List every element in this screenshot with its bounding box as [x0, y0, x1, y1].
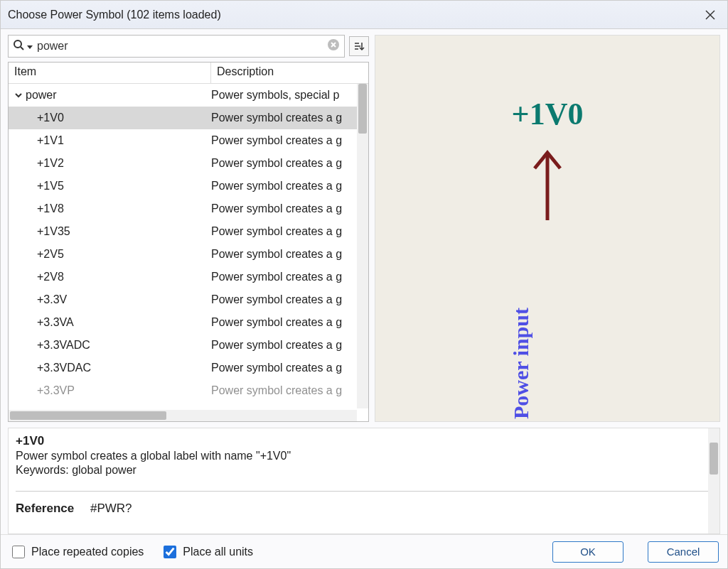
symbol-tree: Item Description power [8, 62, 369, 422]
tree-item-desc: Power symbol creates a g [211, 384, 368, 397]
close-icon [705, 9, 716, 21]
place-all-units-label: Place all units [183, 546, 253, 558]
close-button[interactable] [700, 5, 720, 25]
tree-item-name: +1V5 [9, 180, 211, 193]
tree-parent-name: power [26, 89, 57, 102]
dialog-body: Item Description power [1, 29, 727, 534]
tree-item-desc: Power symbol creates a g [211, 225, 368, 238]
search-dropdown-icon[interactable] [27, 40, 33, 53]
tree-body: power Power symbols, special p +1V0 Powe… [9, 84, 368, 421]
tree-item-name: +3.3V [9, 293, 211, 306]
tree-hscroll-thumb[interactable] [10, 411, 166, 420]
details-vscroll-thumb[interactable] [710, 443, 718, 475]
tree-vscrollbar[interactable] [357, 84, 368, 408]
dialog: Choose Power Symbol (102 items loaded) [0, 0, 728, 569]
place-all-units-input[interactable] [164, 546, 176, 558]
tree-item-desc: Power symbol creates a g [211, 134, 368, 147]
tree-parent-row[interactable]: power Power symbols, special p [9, 84, 368, 107]
place-repeated-label: Place repeated copies [31, 546, 144, 558]
tree-item-desc: Power symbol creates a g [211, 157, 368, 170]
search-row [8, 35, 369, 58]
tree-item-name: +1V1 [9, 134, 211, 147]
svg-marker-4 [27, 45, 33, 49]
preview-symbol-name: +1V0 [512, 96, 584, 132]
tree-item-name: +1V2 [9, 157, 211, 170]
window-title: Choose Power Symbol (102 items loaded) [8, 9, 700, 21]
tree-item-name: +1V35 [9, 225, 211, 238]
col-description[interactable]: Description [211, 63, 368, 83]
tree-row[interactable]: +3.3VP Power symbol creates a g [9, 379, 368, 402]
clear-icon [327, 38, 340, 51]
sort-icon [353, 40, 365, 52]
tree-item-name: +3.3VP [9, 384, 211, 397]
symbol-preview[interactable]: +1V0 Power input [375, 35, 720, 422]
tree-item-desc: Power symbol creates a g [211, 202, 368, 215]
tree-row[interactable]: +3.3VADC Power symbol creates a g [9, 334, 368, 357]
details-title: +1V0 [16, 434, 712, 448]
footer: Place repeated copies Place all units OK… [1, 534, 727, 568]
tree-item-desc: Power symbol creates a g [211, 271, 368, 283]
tree-parent-desc: Power symbols, special p [211, 89, 368, 102]
clear-search-button[interactable] [327, 38, 340, 54]
place-all-units-checkbox[interactable]: Place all units [161, 543, 253, 560]
tree-item-desc: Power symbol creates a g [211, 362, 368, 374]
tree-item-name: +1V8 [9, 202, 211, 215]
tree-row[interactable]: +1V2 Power symbol creates a g [9, 152, 368, 175]
tree-item-name: +2V5 [9, 248, 211, 261]
tree-row[interactable]: +1V5 Power symbol creates a g [9, 175, 368, 197]
svg-line-3 [21, 47, 23, 50]
tree-item-desc: Power symbol creates a g [211, 180, 368, 193]
place-repeated-input[interactable] [12, 546, 25, 558]
tree-hscrollbar[interactable] [9, 410, 357, 421]
tree-item-desc: Power symbol creates a g [211, 112, 368, 124]
tree-row[interactable]: +3.3V Power symbol creates a g [9, 288, 368, 311]
details-panel: +1V0 Power symbol creates a global label… [8, 428, 720, 534]
search-input[interactable] [36, 39, 327, 53]
details-keywords: Keywords: global power [16, 464, 712, 477]
chevron-down-icon[interactable] [14, 91, 23, 99]
tree-item-desc: Power symbol creates a g [211, 248, 368, 261]
tree-item-name: +3.3VDAC [9, 362, 211, 374]
tree-item-desc: Power symbol creates a g [211, 339, 368, 352]
search-field-wrap [8, 35, 345, 58]
details-vscrollbar[interactable] [708, 428, 719, 533]
tree-item-name: +1V0 [9, 112, 211, 124]
tree-item-name: +3.3VADC [9, 339, 211, 352]
preview-pin-label: Power input [509, 308, 533, 419]
sort-button[interactable] [349, 36, 369, 56]
tree-row[interactable]: +1V0 Power symbol creates a g [9, 107, 368, 129]
place-repeated-checkbox[interactable]: Place repeated copies [9, 543, 144, 560]
details-ref-label: Reference [16, 502, 74, 515]
details-divider [16, 491, 712, 492]
tree-scroll[interactable]: power Power symbols, special p +1V0 Powe… [9, 84, 368, 421]
tree-row[interactable]: +3.3VA Power symbol creates a g [9, 311, 368, 334]
tree-item-desc: Power symbol creates a g [211, 293, 368, 306]
preview-pin-label-wrap: Power input [513, 220, 625, 244]
details-desc: Power symbol creates a global label with… [16, 450, 712, 462]
tree-header: Item Description [9, 63, 368, 84]
col-item[interactable]: Item [9, 63, 211, 83]
svg-point-2 [14, 40, 21, 48]
left-pane: Item Description power [8, 35, 369, 422]
tree-vscroll-thumb[interactable] [358, 84, 367, 134]
ok-button[interactable]: OK [552, 541, 623, 563]
tree-row[interactable]: +2V8 Power symbol creates a g [9, 266, 368, 288]
titlebar: Choose Power Symbol (102 items loaded) [1, 1, 727, 29]
tree-row[interactable]: +2V5 Power symbol creates a g [9, 243, 368, 266]
tree-row[interactable]: +1V8 Power symbol creates a g [9, 197, 368, 220]
tree-item-name: +2V8 [9, 271, 211, 283]
details-ref-value: #PWR? [90, 502, 132, 515]
tree-item-name: +3.3VA [9, 316, 211, 329]
upper-area: Item Description power [8, 35, 720, 422]
tree-row[interactable]: +1V1 Power symbol creates a g [9, 129, 368, 152]
arrow-up-icon [526, 146, 569, 227]
search-icon [13, 39, 24, 53]
cancel-button[interactable]: Cancel [648, 541, 719, 563]
tree-item-desc: Power symbol creates a g [211, 316, 368, 329]
tree-row[interactable]: +1V35 Power symbol creates a g [9, 220, 368, 243]
tree-row[interactable]: +3.3VDAC Power symbol creates a g [9, 357, 368, 379]
